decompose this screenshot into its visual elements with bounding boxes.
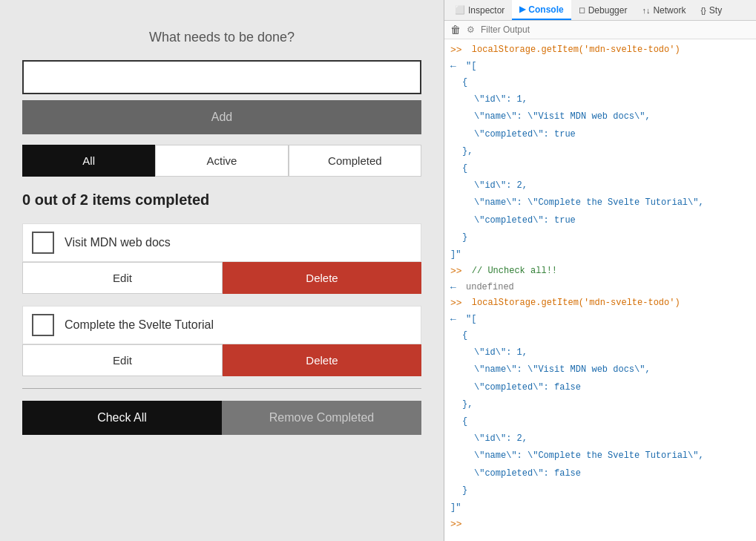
todo-checkbox[interactable] bbox=[32, 314, 54, 336]
todo-item-row: Complete the Svelte Tutorial bbox=[22, 306, 421, 344]
inspector-icon: ⬜ bbox=[455, 5, 465, 15]
tab-debugger[interactable]: ◻ Debugger bbox=[571, 0, 635, 20]
console-output-block: { bbox=[444, 327, 756, 344]
console-output-text: "[ bbox=[461, 59, 477, 73]
console-output-block: ]" bbox=[444, 246, 756, 263]
console-undefined-text: undefined bbox=[461, 281, 514, 294]
console-prompt-chevron: >> bbox=[450, 264, 462, 279]
console-input-line: >> localStorage.getItem('mdn-svelte-todo… bbox=[444, 42, 756, 59]
console-output-arrow: ← "[ bbox=[444, 312, 756, 328]
console-prompt-chevron: >> bbox=[450, 43, 462, 58]
tab-console[interactable]: ▶ Console bbox=[512, 0, 571, 20]
console-output-block: \"id\": 2, bbox=[444, 177, 756, 194]
console-return-arrow: ← bbox=[450, 281, 456, 295]
todo-input[interactable] bbox=[22, 60, 421, 94]
console-expand-row[interactable]: >> bbox=[444, 517, 756, 533]
debugger-icon: ◻ bbox=[579, 5, 585, 15]
tab-network-label: Network bbox=[653, 5, 686, 16]
console-output-block: } bbox=[444, 482, 756, 499]
delete-button[interactable]: Delete bbox=[223, 344, 421, 376]
bottom-actions: Check All Remove Completed bbox=[22, 401, 421, 435]
console-output: >> localStorage.getItem('mdn-svelte-todo… bbox=[444, 39, 756, 541]
tab-styles-label: Sty bbox=[709, 5, 722, 16]
filter-buttons: All Active Completed bbox=[22, 145, 421, 177]
console-output-arrow: ← "[ bbox=[444, 59, 756, 75]
console-output-block: }, bbox=[444, 396, 756, 413]
console-output-block: \"completed\": true bbox=[444, 212, 756, 229]
console-output-block: }, bbox=[444, 143, 756, 160]
filter-completed-button[interactable]: Completed bbox=[289, 145, 421, 177]
console-output-line: ← undefined bbox=[444, 280, 756, 296]
console-output-block: { bbox=[444, 160, 756, 177]
console-input-text: localStorage.getItem('mdn-svelte-todo') bbox=[467, 296, 680, 309]
todo-heading: What needs to be done? bbox=[149, 30, 295, 45]
console-output-block: \"name\": \"Complete the Svelte Tutorial… bbox=[444, 447, 756, 465]
devtools-toolbar: 🗑 ⚙ bbox=[444, 21, 756, 39]
styles-icon: {} bbox=[700, 6, 706, 15]
network-icon: ↑↓ bbox=[642, 6, 650, 15]
console-output-block: \"name\": \"Visit MDN web docs\", bbox=[444, 108, 756, 125]
check-all-button[interactable]: Check All bbox=[22, 401, 222, 435]
tab-styles[interactable]: {} Sty bbox=[693, 0, 729, 20]
console-output-block: \"completed\": false bbox=[444, 379, 756, 396]
console-output-block: { bbox=[444, 413, 756, 430]
clear-console-button[interactable]: 🗑 bbox=[450, 24, 461, 36]
filter-all-button[interactable]: All bbox=[22, 145, 155, 177]
divider bbox=[22, 388, 421, 389]
console-input-text: localStorage.getItem('mdn-svelte-todo') bbox=[467, 43, 680, 56]
items-count: 0 out of 2 items completed bbox=[22, 191, 421, 209]
console-prompt-chevron: >> bbox=[450, 296, 462, 311]
console-output-block: } bbox=[444, 229, 756, 246]
console-input-line: >> // Uncheck all!! bbox=[444, 263, 756, 280]
todo-item: Complete the Svelte Tutorial Edit Delete bbox=[22, 306, 421, 388]
filter-active-button[interactable]: Active bbox=[155, 145, 288, 177]
delete-button[interactable]: Delete bbox=[223, 262, 421, 294]
filter-output-input[interactable] bbox=[481, 24, 750, 35]
tab-debugger-label: Debugger bbox=[588, 5, 628, 16]
todo-item: Visit MDN web docs Edit Delete bbox=[22, 223, 421, 306]
console-output-block: \"completed\": true bbox=[444, 126, 756, 143]
console-return-arrow: ← bbox=[450, 59, 456, 74]
console-output-block: \"id\": 1, bbox=[444, 344, 756, 361]
console-output-block: \"id\": 1, bbox=[444, 91, 756, 108]
todo-app: What needs to be done? Add All Active Co… bbox=[0, 0, 444, 541]
console-output-block: \"name\": \"Complete the Svelte Tutorial… bbox=[444, 194, 756, 212]
todo-item-actions: Edit Delete bbox=[22, 344, 421, 376]
console-output-block: { bbox=[444, 74, 756, 91]
edit-button[interactable]: Edit bbox=[22, 262, 223, 294]
console-return-arrow: ← bbox=[450, 312, 456, 327]
console-expand-chevron: >> bbox=[450, 517, 462, 532]
todo-item-actions: Edit Delete bbox=[22, 262, 421, 294]
tab-inspector[interactable]: ⬜ Inspector bbox=[447, 0, 512, 20]
edit-button[interactable]: Edit bbox=[22, 344, 223, 376]
todo-item-text: Visit MDN web docs bbox=[65, 236, 171, 249]
remove-completed-button[interactable]: Remove Completed bbox=[222, 401, 421, 435]
tab-inspector-label: Inspector bbox=[468, 5, 504, 16]
tab-console-label: Console bbox=[528, 4, 563, 15]
console-output-block: \"name\": \"Visit MDN web docs\", bbox=[444, 361, 756, 378]
add-button[interactable]: Add bbox=[22, 100, 421, 134]
console-output-block: ]" bbox=[444, 499, 756, 517]
filter-icon: ⚙ bbox=[467, 24, 475, 35]
todo-checkbox[interactable] bbox=[32, 232, 54, 254]
devtools-tabs: ⬜ Inspector ▶ Console ◻ Debugger ↑↓ Netw… bbox=[444, 0, 756, 21]
todo-item-row: Visit MDN web docs bbox=[22, 223, 421, 262]
console-icon: ▶ bbox=[519, 4, 525, 14]
devtools-panel: ⬜ Inspector ▶ Console ◻ Debugger ↑↓ Netw… bbox=[444, 0, 756, 541]
tab-network[interactable]: ↑↓ Network bbox=[634, 0, 693, 20]
console-comment-text: // Uncheck all!! bbox=[467, 264, 557, 278]
console-output-block: \"completed\": false bbox=[444, 465, 756, 482]
console-input-line: >> localStorage.getItem('mdn-svelte-todo… bbox=[444, 295, 756, 312]
console-output-block: \"id\": 2, bbox=[444, 430, 756, 447]
console-output-text: "[ bbox=[461, 312, 477, 326]
todo-item-text: Complete the Svelte Tutorial bbox=[65, 318, 214, 332]
